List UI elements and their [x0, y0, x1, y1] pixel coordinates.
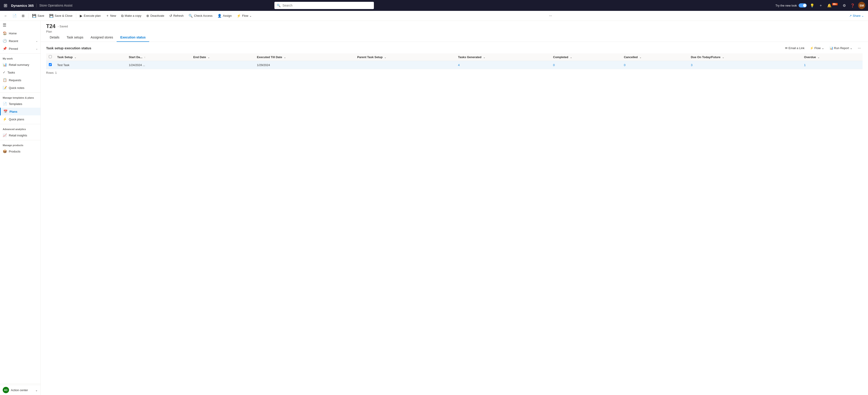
search-bar[interactable]: 🔍 [274, 2, 374, 9]
col-cancelled[interactable]: Cancelled ⌄ [621, 53, 688, 61]
col-task-setup[interactable]: Task Setup ⌄ [55, 53, 126, 61]
completed-link[interactable]: 0 [553, 63, 555, 67]
col-completed[interactable]: Completed ⌄ [550, 53, 621, 61]
sidebar-divider-4 [0, 140, 40, 140]
share-button[interactable]: ↗ Share ⌄ [847, 13, 866, 18]
email-link-button[interactable]: ✉ Email a Link [783, 46, 806, 51]
refresh-label: Refresh [174, 14, 184, 18]
templates-icon: 📄 [3, 102, 7, 106]
sidebar-item-quick-notes[interactable]: 📝 Quick notes [0, 84, 40, 92]
section-header: Task setup execution status ✉ Email a Li… [46, 46, 863, 51]
col-executed-till-date[interactable]: Executed Till Date ⌄ [254, 53, 354, 61]
sidebar-item-pinned[interactable]: 📌 Pinned ⌄ [0, 45, 40, 53]
tasks-generated-cell[interactable]: 4 [455, 61, 550, 69]
refresh-button[interactable]: ↺ Refresh [167, 12, 186, 20]
make-copy-button[interactable]: ⧉ Make a copy [119, 12, 144, 20]
sidebar-item-recent[interactable]: 🕐 Recent ⌄ [0, 37, 40, 45]
record-view-button[interactable]: 📄 [10, 12, 19, 20]
sort-icon: ⌄ [384, 56, 386, 59]
end-date-cell [191, 61, 254, 69]
col-parent-task-setup[interactable]: Parent Task Setup ⌄ [354, 53, 455, 61]
row-checkbox-cell[interactable] [46, 61, 55, 69]
tab-assigned-stores[interactable]: Assigned stores [87, 33, 117, 42]
tasks-generated-link[interactable]: 4 [458, 63, 460, 67]
cancelled-cell[interactable]: 0 [621, 61, 688, 69]
save-button[interactable]: 💾 Save [30, 12, 46, 20]
separator-2 [76, 13, 76, 19]
sidebar-item-requests[interactable]: 📋 Requests [0, 76, 40, 84]
sidebar-toggle[interactable]: ☰ [0, 21, 40, 29]
table-row[interactable]: Test Task 1/24/2024 ... 1/29/2024 4 0 0 … [46, 61, 863, 69]
search-input[interactable] [282, 4, 372, 7]
waffle-icon[interactable]: ⊞ [3, 2, 8, 9]
chevron-down-icon: ⌄ [35, 389, 38, 392]
tab-execution-status[interactable]: Execution status [117, 33, 149, 42]
col-end-date[interactable]: End Date ⌄ [191, 53, 254, 61]
due-today-future-link[interactable]: 3 [691, 63, 692, 67]
deactivate-button[interactable]: ⊗ Deactivate [144, 12, 166, 20]
sort-icon: ↑ [144, 56, 145, 59]
table-body: Test Task 1/24/2024 ... 1/29/2024 4 0 0 … [46, 61, 863, 69]
col-start-date[interactable]: Start Da... ↑ [126, 53, 191, 61]
try-new-toggle[interactable] [799, 3, 807, 7]
sidebar-item-tasks[interactable]: ✓ Tasks [0, 68, 40, 76]
grid-view-button[interactable]: ⊞ [20, 12, 27, 20]
sidebar-item-label: Retail summary [9, 63, 29, 66]
col-tasks-generated[interactable]: Tasks Generated ⌄ [455, 53, 550, 61]
flow-icon: ⚡ [237, 14, 241, 18]
save-close-button[interactable]: 💾 Save & Close [47, 12, 75, 20]
tabs-bar: Details Task setups Assigned stores Exec… [41, 33, 868, 42]
completed-cell[interactable]: 0 [550, 61, 621, 69]
sort-icon: ⌄ [284, 56, 286, 59]
table-flow-button[interactable]: ⚡ Flow ⌄ [808, 46, 826, 51]
settings-icon[interactable]: ⚙ [841, 2, 847, 8]
sidebar-item-label: Retail insights [9, 134, 27, 137]
sidebar-item-retail-insights[interactable]: 📈 Retail insights [0, 132, 40, 139]
help-icon[interactable]: ❓ [849, 2, 856, 8]
assign-button[interactable]: 👤 Assign [215, 12, 234, 20]
sidebar-item-templates[interactable]: 📄 Templates [0, 100, 40, 108]
more-button[interactable]: ⋯ [547, 12, 554, 20]
sidebar-item-products[interactable]: 📦 Products [0, 147, 40, 155]
flow-button[interactable]: ⚡ Flow ⌄ [235, 12, 254, 20]
flow-chevron-icon: ⌄ [249, 14, 252, 18]
add-icon[interactable]: ＋ [817, 2, 824, 9]
tab-details[interactable]: Details [46, 33, 63, 42]
cancelled-link[interactable]: 0 [624, 63, 625, 67]
record-title: T24 [46, 23, 55, 29]
module-name: Store Operations Assist [36, 4, 72, 7]
sidebar-item-label: Quick plans [9, 118, 24, 121]
table-more-button[interactable]: ⋯ [856, 46, 863, 51]
overdue-cell[interactable]: 1 [801, 61, 863, 69]
col-overdue[interactable]: Overdue ⌄ [801, 53, 863, 61]
sidebar-item-home[interactable]: 🏠 Home [0, 29, 40, 37]
sidebar-item-retail-summary[interactable]: 📊 Retail summary [0, 61, 40, 68]
user-avatar[interactable]: SM [858, 2, 865, 9]
sort-icon: ⌄ [74, 56, 76, 59]
more-icon: ⋯ [858, 46, 861, 50]
content-area: T24 - Saved Plan Details Task setups Ass… [41, 21, 868, 395]
run-report-button[interactable]: 📊 Run Report ⌄ [828, 46, 854, 51]
new-icon: ＋ [106, 13, 109, 18]
select-all-checkbox[interactable] [49, 55, 52, 58]
check-access-button[interactable]: 🔍 Check Access [186, 12, 215, 20]
email-icon: ✉ [785, 46, 787, 50]
sidebar-item-plans[interactable]: 📅 Plans [0, 108, 40, 115]
new-button[interactable]: ＋ New [103, 12, 119, 20]
action-center[interactable]: AC Action center ⌄ [0, 385, 40, 395]
lightbulb-icon[interactable]: 💡 [809, 2, 816, 8]
back-button[interactable]: ← [2, 12, 10, 20]
chevron-down-icon: ⌄ [850, 46, 852, 50]
sidebar-item-quick-plans[interactable]: ⚡ Quick plans [0, 115, 40, 123]
due-today-future-cell[interactable]: 3 [688, 61, 801, 69]
overdue-link[interactable]: 1 [804, 63, 806, 67]
col-due-today-future[interactable]: Due On Today/Future ⌄ [688, 53, 801, 61]
tab-task-setups[interactable]: Task setups [63, 33, 87, 42]
row-checkbox[interactable] [49, 63, 52, 66]
sidebar-item-label: Requests [9, 79, 21, 82]
insights-icon: 📈 [3, 133, 7, 137]
select-all-col[interactable] [46, 53, 55, 61]
rows-count: Rows: 1 [46, 69, 863, 76]
execute-plan-button[interactable]: ▶ Execute plan [78, 12, 103, 20]
sidebar-item-label: Products [9, 150, 20, 153]
